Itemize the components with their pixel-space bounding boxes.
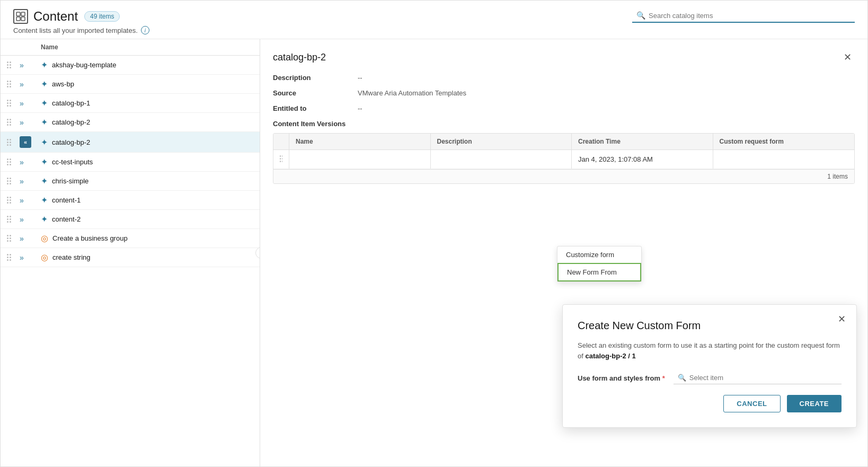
list-item[interactable]: » ✦ catalog-bp-1 [1,94,260,113]
expand-button[interactable]: » [20,80,41,89]
item-name: ✦ content-1 [41,195,253,205]
items-badge: 49 items [84,11,120,22]
expand-button[interactable]: » [20,61,41,69]
select-item-input[interactable] [689,374,837,382]
header-subtitle: Content lists all your imported template… [13,26,149,34]
drag-handle [7,81,20,87]
list-item[interactable]: » ◎ Create a business group [1,229,260,248]
form-search-icon: 🔍 [678,374,686,382]
search-input[interactable] [649,12,851,20]
blueprint-icon: ✦ [41,195,48,205]
table-cell-custom-form [713,150,855,169]
source-label: Source [273,89,358,97]
workflow-icon: ◎ [41,252,48,262]
context-menu-new-form-from[interactable]: New Form From [557,263,641,281]
blueprint-icon: ✦ [41,137,48,147]
drag-handle [7,100,20,107]
modal-close-button[interactable]: ✕ [838,313,846,325]
form-input-wrapper[interactable]: 🔍 [674,372,842,384]
expand-button[interactable]: » [20,177,41,186]
expand-button[interactable]: » [20,158,41,166]
expand-button-active[interactable]: « [20,136,41,148]
item-name: ✦ cc-test-inputs [41,157,253,167]
versions-label: Content Item Versions [273,120,855,128]
modal-item-name: catalog-bp-2 / 1 [585,352,635,360]
list-item[interactable]: » ✦ content-1 [1,191,260,210]
source-value: VMware Aria Automation Templates [358,89,466,97]
main-content: Name » ✦ akshay-bug-template » ✦ a [1,39,867,466]
drag-handle [7,139,20,146]
form-label: Use form and styles from * [578,374,665,382]
item-name: ✦ akshay-bug-template [41,60,253,70]
table-cell-description [431,150,572,169]
table-row: Jan 4, 2023, 1:07:08 AM [273,150,854,169]
right-panel: ✕ catalog-bp-2 Description -- Source VMw… [260,39,867,466]
content-icon [13,9,28,24]
table-footer: 1 items [273,169,854,183]
table-cell-drag [273,150,289,169]
expand-button[interactable]: » [20,99,41,108]
list-item-active[interactable]: « ✦ catalog-bp-2 [1,132,260,153]
list-item[interactable]: » ✦ aws-bp [1,75,260,94]
detail-close-button[interactable]: ✕ [840,50,855,65]
search-bar[interactable]: 🔍 [632,9,855,23]
item-name: ✦ catalog-bp-1 [41,98,253,108]
list-item[interactable]: » ✦ catalog-bp-2 [1,113,260,132]
list-item[interactable]: » ✦ cc-test-inputs [1,153,260,172]
svg-rect-3 [21,17,25,21]
list-header: Name [1,39,260,56]
drag-handle [7,197,20,204]
description-label: Description [273,74,358,82]
drag-handle [7,61,20,68]
entitled-row: Entitled to -- [273,104,855,112]
table-header: Name Description Creation Time Custom re… [273,134,854,150]
info-icon[interactable]: i [141,26,149,34]
svg-rect-0 [16,12,20,16]
expand-button[interactable]: » [20,118,41,127]
item-name: ✦ catalog-bp-2 [41,117,253,127]
list-item[interactable]: » ◎ create string [1,248,260,267]
expand-button[interactable]: » [20,215,41,224]
list-item[interactable]: » ✦ content-2 [1,210,260,229]
context-menu-customize-form[interactable]: Customize form [557,246,641,263]
workflow-icon: ◎ [41,233,48,243]
svg-rect-1 [21,12,25,16]
detail-panel-title: catalog-bp-2 [273,52,855,63]
table-cell-name [289,150,431,169]
versions-section: Content Item Versions Name Description C… [273,120,855,184]
table-col-description: Description [431,134,572,149]
item-name: ✦ content-2 [41,214,253,224]
cancel-button[interactable]: CANCEL [723,395,780,412]
table-col-name: Name [289,134,431,149]
create-button[interactable]: CREATE [787,395,842,412]
header-left: Content 49 items Content lists all your … [13,9,149,34]
drag-handle [7,235,20,242]
expand-button[interactable]: » [20,234,41,243]
blueprint-icon: ✦ [41,98,48,108]
expand-button[interactable]: » [20,253,41,262]
list-item[interactable]: » ✦ akshay-bug-template [1,56,260,75]
form-row: Use form and styles from * 🔍 [578,372,842,384]
page-title: Content [13,9,78,24]
blueprint-icon: ✦ [41,79,48,89]
left-panel: Name » ✦ akshay-bug-template » ✦ a [1,39,260,466]
svg-rect-2 [16,17,20,21]
search-icon: 🔍 [636,11,645,20]
expand-button[interactable]: » [20,196,41,205]
blueprint-icon: ✦ [41,176,48,186]
item-name: ✦ chris-simple [41,176,253,186]
entitled-value: -- [358,104,362,112]
drag-handle [7,119,20,126]
drag-handle [7,254,20,261]
modal-footer: CANCEL CREATE [578,395,842,412]
description-value: -- [358,74,362,82]
table-col-custom-form: Custom request form [713,134,855,149]
item-name: ✦ aws-bp [41,79,253,89]
source-row: Source VMware Aria Automation Templates [273,89,855,97]
drag-handle [7,158,20,165]
table-col-creation-time: Creation Time [572,134,713,149]
drag-handle [7,178,20,184]
name-column-header: Name [41,43,253,51]
list-item[interactable]: » ✦ chris-simple [1,172,260,191]
blueprint-icon: ✦ [41,214,48,224]
